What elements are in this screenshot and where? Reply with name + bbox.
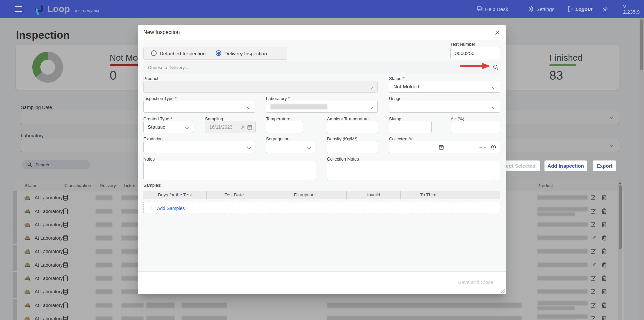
sampling-date-input[interactable]: 16/11/2023: [205, 121, 256, 133]
help-desk-icon: [477, 6, 483, 12]
radio-detached-label[interactable]: Detached Inspection: [160, 51, 206, 56]
delivery-search-bar[interactable]: [143, 61, 500, 73]
app-logo[interactable]: Loop for readymix: [34, 0, 99, 18]
logout-label: Logout: [575, 6, 592, 12]
new-inspection-modal: New Inspection Detached Inspection Deliv…: [138, 25, 506, 294]
app-root: Inspection Not Molded 0 Finished 83 Samp…: [0, 0, 644, 320]
exudation-label: Exudation: [143, 136, 163, 141]
samples-col-empty: [456, 191, 500, 199]
logo-text: Loop: [47, 4, 70, 14]
density-label: Density (Kg/M³): [327, 136, 357, 141]
ambient-temperature-label: Ambient Temperature: [327, 116, 369, 121]
created-type-label: Created Type *: [143, 116, 172, 121]
annotation-arrow-icon: [459, 62, 491, 70]
exudation-select[interactable]: [143, 141, 255, 153]
samples-col-invalid: Invalid: [347, 191, 401, 199]
clear-icon[interactable]: [241, 125, 245, 129]
logout-icon: [568, 6, 573, 12]
app-version: V 2.235.9: [623, 0, 644, 18]
calendar-icon[interactable]: [247, 125, 252, 130]
air-input[interactable]: [451, 121, 500, 133]
help-desk-button[interactable]: Help Desk: [477, 0, 508, 18]
slump-input[interactable]: [389, 121, 432, 133]
help-desk-label: Help Desk: [485, 6, 508, 12]
close-icon[interactable]: [495, 30, 500, 35]
chevron-down-icon: [369, 105, 373, 109]
settings-button[interactable]: Settings: [529, 0, 554, 18]
save-and-close-button[interactable]: Save and Close: [456, 279, 495, 285]
inspection-type-select[interactable]: [143, 101, 255, 113]
chevron-down-icon: [247, 105, 251, 109]
usage-label: Usage: [389, 96, 402, 101]
delivery-search-input[interactable]: [147, 61, 477, 74]
gear-icon: [529, 6, 534, 12]
add-inspection-button[interactable]: Add Inspection: [544, 160, 587, 171]
chevron-down-icon: [247, 145, 251, 149]
calendar-icon[interactable]: [439, 145, 444, 150]
connection-off-icon: [602, 6, 608, 12]
product-select[interactable]: [143, 81, 378, 93]
chevron-down-icon: [369, 85, 373, 89]
chevron-down-icon: [185, 125, 189, 129]
modal-title: New Inspection: [143, 29, 180, 35]
add-samples-label: Add Samples: [157, 205, 185, 211]
add-samples-button[interactable]: + Add Samples: [143, 202, 500, 213]
samples-label: Samples:: [143, 183, 161, 188]
created-type-value: Statistic: [148, 124, 165, 130]
collected-at-label: Collected At: [389, 136, 412, 141]
sampling-date-value: 16/11/2023: [209, 124, 232, 130]
samples-col-disruption: Disruption: [262, 191, 347, 199]
collection-notes-textarea[interactable]: [327, 161, 500, 180]
resize-grip-icon[interactable]: [312, 175, 315, 179]
clock-icon[interactable]: [491, 145, 496, 150]
chevron-down-icon: [307, 145, 311, 149]
modal-footer: Save and Close: [138, 271, 506, 294]
logout-button[interactable]: Logout: [568, 0, 592, 18]
air-label: Air (%): [451, 116, 464, 121]
test-number-input[interactable]: [450, 47, 500, 59]
collected-at-input[interactable]: --:--: [389, 141, 500, 153]
segregation-label: Segregation: [266, 136, 289, 141]
export-button[interactable]: Export: [593, 160, 616, 171]
samples-col-to-third: To Third: [401, 191, 456, 199]
app-header: Loop for readymix Help Desk Settings: [0, 0, 644, 18]
menu-icon[interactable]: [15, 6, 22, 12]
modal-body-background: [138, 40, 506, 272]
ambient-temperature-input[interactable]: [327, 121, 378, 133]
sampling-label: Sampling: [205, 116, 223, 121]
connectivity-status[interactable]: [602, 0, 608, 18]
laboratory-label: Laboratory *: [266, 96, 290, 101]
samples-col-test-date: Test Date: [207, 191, 262, 199]
radio-delivery-inspection[interactable]: [216, 50, 221, 56]
plus-icon: +: [150, 205, 153, 211]
segregation-select[interactable]: [266, 141, 315, 153]
settings-label: Settings: [536, 6, 554, 12]
inspection-type-radio-group: Detached Inspection Delivery Inspection: [143, 47, 287, 60]
status-select[interactable]: Not Molded: [389, 81, 500, 93]
chevron-down-icon: [492, 85, 496, 89]
created-type-select[interactable]: Statistic: [143, 121, 193, 133]
inspection-type-label: Inspection Type *: [143, 96, 177, 101]
temperature-input[interactable]: [266, 121, 303, 133]
density-input[interactable]: [327, 141, 378, 153]
status-value: Not Molded: [393, 84, 419, 89]
test-number-label: Test Number: [450, 42, 475, 47]
radio-delivery-label[interactable]: Delivery Inspection: [224, 51, 267, 56]
laboratory-select[interactable]: [266, 101, 378, 113]
slump-label: Slump: [389, 116, 401, 121]
samples-table-header: Days for the Test Test Date Disruption I…: [143, 191, 500, 199]
notes-textarea[interactable]: [143, 161, 316, 180]
usage-select[interactable]: [389, 101, 500, 113]
resize-grip-icon[interactable]: [496, 175, 499, 179]
status-label: Status *: [389, 76, 405, 81]
temperature-label: Temperature: [266, 116, 290, 121]
search-icon[interactable]: [493, 64, 499, 70]
chevron-down-icon: [492, 105, 496, 109]
loop-logo-icon: [34, 3, 45, 15]
samples-col-days: Days for the Test: [143, 191, 207, 199]
collected-time-placeholder: --:--: [479, 145, 486, 150]
product-label: Product: [143, 76, 158, 81]
laboratory-value-redacted: [270, 104, 327, 109]
radio-detached-inspection[interactable]: [151, 50, 157, 56]
logo-subtitle: for readymix: [75, 8, 99, 13]
